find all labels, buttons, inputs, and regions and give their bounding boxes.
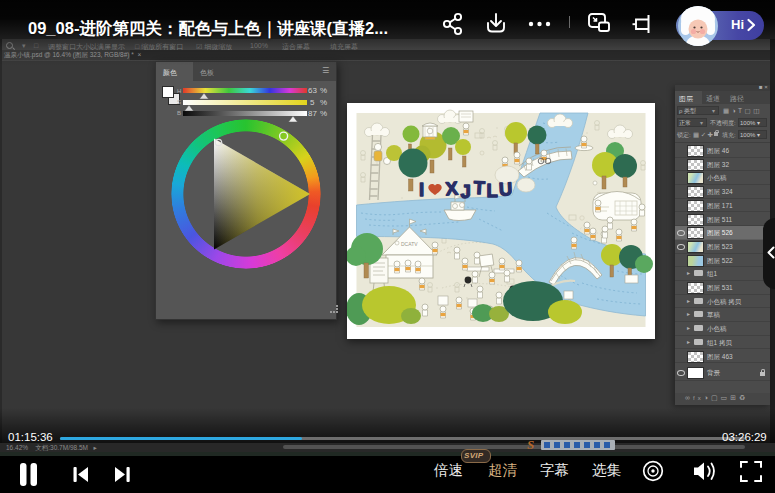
svg-text:I: I [419, 179, 424, 200]
svg-text:J: J [461, 181, 471, 202]
svg-text:X: X [445, 178, 459, 200]
svg-text:T: T [473, 177, 486, 199]
svg-text:L: L [487, 180, 498, 201]
svg-text:DCATV: DCATV [401, 241, 418, 247]
svg-text:U: U [498, 178, 512, 200]
